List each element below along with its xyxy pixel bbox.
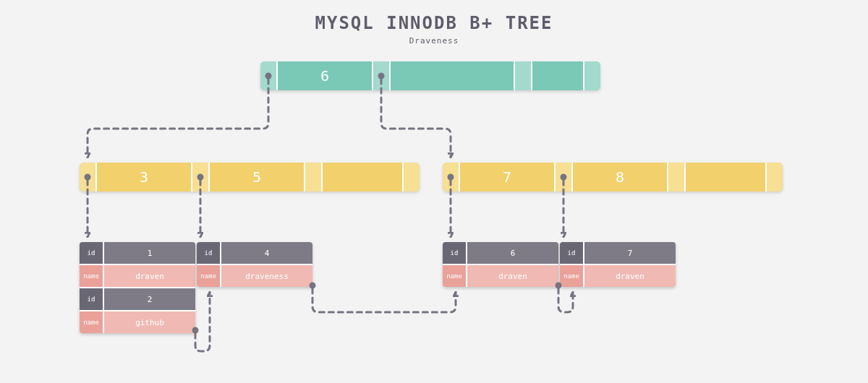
- leaf-card-1: id 1 name draven id 2 name github: [80, 242, 195, 333]
- ir-ptr-0: [443, 163, 459, 192]
- il-key-1: 5: [210, 163, 304, 192]
- internal-left: 3 5: [80, 163, 420, 192]
- ir-ptr-1: [556, 163, 571, 192]
- root-ptr-2: [515, 61, 531, 90]
- root-key-empty-2: [532, 61, 583, 90]
- leaf-card-4: id 7 name draven: [560, 242, 676, 287]
- leaf2-id-label: id: [197, 242, 221, 264]
- leaf1b-id: 2: [104, 288, 195, 310]
- leaf4-name-label: name: [560, 265, 584, 287]
- root-ptr-end: [584, 61, 600, 90]
- leaf2-id: 4: [221, 242, 312, 264]
- root-ptr-1: [373, 61, 389, 90]
- il-ptr-0: [80, 163, 95, 192]
- leaf4-id: 7: [584, 242, 676, 264]
- leaf1b-name-label: name: [80, 311, 104, 333]
- leaf2-name: draveness: [221, 265, 312, 287]
- root-key-empty: [391, 61, 514, 90]
- diagram-title: MYSQL INNODB B+ TREE: [0, 13, 868, 33]
- il-ptr-1: [192, 163, 208, 192]
- root-node: 6: [260, 61, 600, 90]
- leaf1a-name-label: name: [80, 265, 104, 287]
- leaf1b-id-label: id: [80, 288, 104, 310]
- leaf2-name-label: name: [197, 265, 221, 287]
- il-key-0: 3: [97, 163, 191, 192]
- leaf3-id-label: id: [443, 242, 467, 264]
- leaf4-id-label: id: [560, 242, 584, 264]
- leaf3-name-label: name: [443, 265, 467, 287]
- root-ptr-0: [260, 61, 276, 90]
- ir-key-empty: [686, 163, 765, 192]
- ir-key-1: 8: [573, 163, 667, 192]
- leaf-card-2: id 4 name draveness: [197, 242, 312, 287]
- ir-ptr-end: [767, 163, 783, 192]
- root-key-0: 6: [278, 61, 372, 90]
- il-ptr-end: [404, 163, 420, 192]
- ir-ptr-2: [668, 163, 684, 192]
- leaf3-id: 6: [467, 242, 558, 264]
- leaf1a-name: draven: [104, 265, 195, 287]
- leaf-card-3: id 6 name draven: [443, 242, 558, 287]
- il-ptr-2: [305, 163, 321, 192]
- internal-right: 7 8: [443, 163, 783, 192]
- leaf1a-id: 1: [104, 242, 195, 264]
- diagram-subtitle: Draveness: [0, 36, 868, 46]
- il-key-empty: [323, 163, 402, 192]
- leaf1b-name: github: [104, 311, 195, 333]
- leaf4-name: draven: [584, 265, 676, 287]
- leaf1a-id-label: id: [80, 242, 104, 264]
- ir-key-0: 7: [460, 163, 554, 192]
- leaf3-name: draven: [467, 265, 558, 287]
